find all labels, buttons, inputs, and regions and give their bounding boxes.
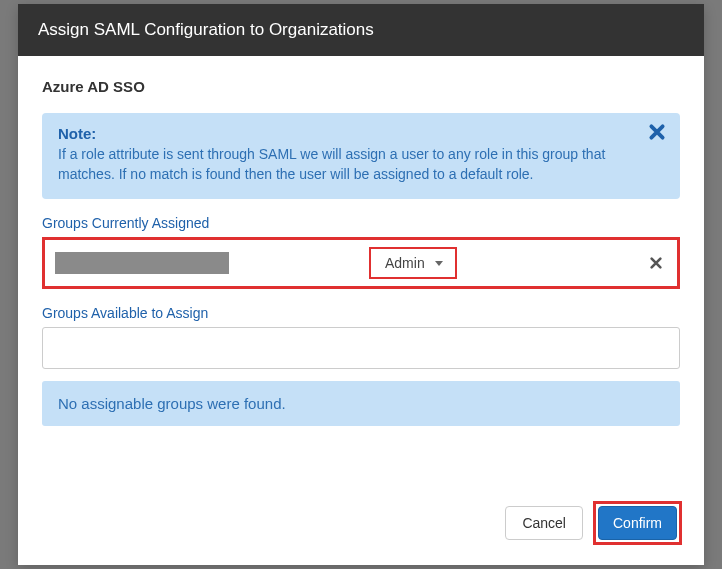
- role-dropdown[interactable]: Admin: [369, 247, 457, 279]
- cancel-button[interactable]: Cancel: [505, 506, 583, 540]
- modal-header: Assign SAML Configuration to Organizatio…: [18, 4, 704, 56]
- assign-saml-modal: Assign SAML Configuration to Organizatio…: [18, 4, 704, 565]
- note-box: Note: If a role attribute is sent throug…: [42, 113, 680, 199]
- config-name: Azure AD SSO: [42, 78, 680, 95]
- role-dropdown-value: Admin: [385, 255, 425, 271]
- assigned-group-row: Admin: [42, 237, 680, 289]
- modal-footer: Cancel Confirm: [18, 487, 704, 565]
- assigned-section-label: Groups Currently Assigned: [42, 215, 680, 231]
- chevron-down-icon: [435, 261, 443, 266]
- remove-group-icon[interactable]: [649, 256, 663, 270]
- available-groups-input[interactable]: [42, 327, 680, 369]
- group-name-redacted: [55, 252, 229, 274]
- available-section-label: Groups Available to Assign: [42, 305, 680, 321]
- confirm-button[interactable]: Confirm: [598, 506, 677, 540]
- confirm-highlight: Confirm: [593, 501, 682, 545]
- no-groups-message: No assignable groups were found.: [42, 381, 680, 426]
- close-icon[interactable]: [648, 123, 666, 141]
- modal-body: Azure AD SSO Note: If a role attribute i…: [18, 56, 704, 487]
- note-text: If a role attribute is sent through SAML…: [58, 144, 664, 185]
- note-title: Note:: [58, 125, 664, 142]
- modal-title: Assign SAML Configuration to Organizatio…: [38, 20, 374, 39]
